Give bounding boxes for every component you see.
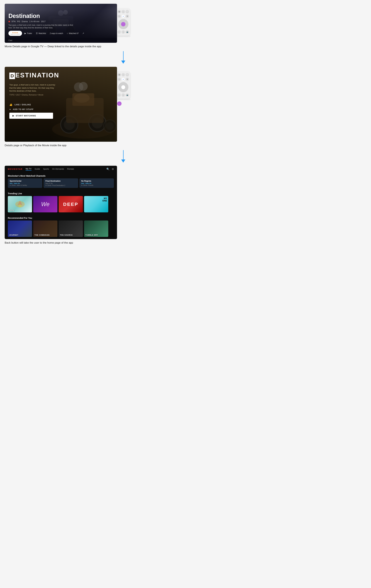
bookmark-button[interactable]: ☐ xyxy=(117,14,121,18)
title-row: D ESTINATION xyxy=(9,72,112,81)
trending-my-one[interactable]: MY ONE xyxy=(84,196,108,212)
power-icon-2: ⏻ xyxy=(119,74,120,75)
back-button[interactable]: ← xyxy=(117,30,121,34)
like-dislike-row[interactable]: 👍 LIKE / DISLIKE xyxy=(9,103,59,106)
power-button-2[interactable]: ⏻ xyxy=(117,73,121,76)
dpad-center[interactable] xyxy=(121,22,125,26)
trailer-button[interactable]: ▶ Trailer xyxy=(23,31,33,35)
ways-to-watch-button[interactable]: 2 ways to watch xyxy=(49,32,64,35)
vertical-line-1 xyxy=(123,51,124,61)
start-watching-button[interactable]: ▶ START WATCHING xyxy=(9,113,53,119)
rating-dot xyxy=(9,21,10,22)
trending-fairy[interactable]: Fairy xyxy=(8,196,32,212)
remote-2: ⏻ — ⬜ ☐ G ⚙ xyxy=(116,72,130,99)
add-to-stuff-row[interactable]: + ADD TO MY STUFF xyxy=(9,108,59,111)
arrow-2 xyxy=(111,150,136,163)
settings-button[interactable]: ⚙ xyxy=(126,14,129,18)
nav-my-tv[interactable]: My TV xyxy=(26,168,31,170)
google-assistant-button-2[interactable]: G xyxy=(122,78,125,81)
trending-we[interactable]: We xyxy=(33,196,57,212)
connector-1 xyxy=(0,51,140,64)
channel-card-final-dest[interactable]: Final Destination 9am R 2hr In 19min: Fi… xyxy=(43,178,78,188)
home-button[interactable]: ⌂ xyxy=(122,30,125,34)
movie-title: Destination xyxy=(9,13,113,19)
nav-guide[interactable]: Guide xyxy=(35,168,40,170)
screen2-app-details: D ESTINATION Two guys, a thief and a ric… xyxy=(5,67,117,142)
remote-section-3-placeholder xyxy=(111,166,136,239)
menu-icon: — xyxy=(123,11,124,12)
caption-3: Back button will take the user to the ho… xyxy=(0,239,140,248)
trending-deep[interactable]: DEEP xyxy=(59,196,83,212)
active-back-icon: ← xyxy=(119,103,120,105)
dpad[interactable] xyxy=(118,19,128,29)
channel-card-no-regrets[interactable]: No Regrets New 10am 1hr In 19min: Friend… xyxy=(79,178,114,188)
remote2-nav-row: ← ⌂ 📺 xyxy=(117,93,129,97)
vertical-line-2 xyxy=(123,150,124,159)
play-icon-2: ▶ xyxy=(12,115,14,117)
remote-mid-row: ☐ G ⚙ xyxy=(117,14,129,18)
home-button-2[interactable]: ⌂ xyxy=(122,93,125,97)
watchlist-button[interactable]: ☰ Watchlist xyxy=(35,31,47,35)
remote2-mid-row: ☐ G ⚙ xyxy=(117,78,129,81)
nav-on-demands[interactable]: On Demands xyxy=(52,168,64,170)
bookmark-button-2[interactable]: ☐ xyxy=(117,78,121,81)
home-icon-2: ⌂ xyxy=(123,94,124,96)
arrow-tip-2 xyxy=(121,159,125,163)
trending-section-title: Trending Live xyxy=(5,190,117,196)
home-icon: ⌂ xyxy=(123,31,124,33)
plus-icon: + xyxy=(9,108,11,111)
connector-2 xyxy=(0,150,140,163)
google-icon: G xyxy=(123,16,124,17)
back-button-2[interactable]: ← xyxy=(117,93,121,97)
channel-time2-1: 9am R 2hr xyxy=(45,183,76,184)
share-icon: ↗ xyxy=(82,32,84,34)
channel-card-sportscenter[interactable]: SportsCenter New 10am 1hr In 19min: Jale… xyxy=(8,178,42,188)
search-icon[interactable]: 🔍 xyxy=(106,168,110,170)
google-icon-2: G xyxy=(123,79,124,80)
watched-button[interactable]: ○ Watched it? xyxy=(65,31,80,35)
app-nav: MOVIESTAR My TV Guide Sports On Demands … xyxy=(5,166,117,172)
tv-icon-2: 📺 xyxy=(126,94,128,96)
watched-section-title: Moviestar's Most Watched Channels xyxy=(5,172,117,178)
reco-comedian[interactable]: THE COMEDIAN xyxy=(33,220,57,237)
caption-2: Details page or Playback of the Movie in… xyxy=(0,142,140,150)
tivium-sub: WATCH NOW xyxy=(10,33,20,35)
reco-tumble[interactable]: TUMBLE DRY xyxy=(84,220,108,237)
reco-source[interactable]: THE SOURCE xyxy=(59,220,83,237)
reco-section-title: Recommended For You xyxy=(5,215,117,220)
reco-label-3: THE SOURCE xyxy=(60,234,73,236)
gear-icon-2: ⚙ xyxy=(127,78,128,80)
reco-journey[interactable]: JOURNEY xyxy=(8,220,32,237)
cast-section: Cast xyxy=(5,38,117,43)
circle-icon: ○ xyxy=(67,32,68,34)
tivium-watch-button[interactable]: tivium WATCH NOW xyxy=(9,31,22,36)
action-buttons: tivium WATCH NOW ▶ Trailer ☰ Watchlist xyxy=(9,31,113,36)
tv-button-2[interactable]: 📺 xyxy=(126,93,129,97)
power-icon: ⏻ xyxy=(119,11,120,12)
movie-description: Two guys, a thief and a rich man, meet i… xyxy=(9,24,77,29)
screen-icon-2: ⬜ xyxy=(126,74,128,75)
reco-label-2: THE COMEDIAN xyxy=(34,234,50,236)
caption-1: Movie Details page in Google TV — Deep l… xyxy=(0,43,140,51)
power-button[interactable]: ⏻ xyxy=(117,10,121,13)
trending-label-1: Fairy xyxy=(9,209,14,211)
share-button[interactable]: ↗ xyxy=(81,31,85,35)
screen-button-2[interactable]: ⬜ xyxy=(126,73,129,76)
active-back-button[interactable]: ← xyxy=(117,101,122,106)
nav-sports[interactable]: Sports xyxy=(43,168,49,170)
pg-rating: PG xyxy=(17,20,20,23)
tv-button[interactable]: 📺 xyxy=(126,30,129,34)
dpad-center-2[interactable] xyxy=(121,85,125,89)
year: 2017 xyxy=(41,20,46,23)
menu-button-2[interactable]: — xyxy=(122,73,125,76)
nav-rentals[interactable]: Rentals xyxy=(67,168,74,170)
bookmark-icon: ☐ xyxy=(119,16,120,17)
settings-button-2[interactable]: ⚙ xyxy=(126,78,129,81)
svg-point-18 xyxy=(106,122,114,130)
screen-button[interactable]: ⬜ xyxy=(126,10,129,13)
channels-row: SportsCenter New 10am 1hr In 19min: Jale… xyxy=(5,178,117,190)
screen2-content: D ESTINATION Two guys, a thief and a ric… xyxy=(5,67,117,124)
dpad-2[interactable] xyxy=(118,82,128,92)
google-assistant-button[interactable]: G xyxy=(122,14,125,18)
menu-button[interactable]: — xyxy=(122,10,125,13)
